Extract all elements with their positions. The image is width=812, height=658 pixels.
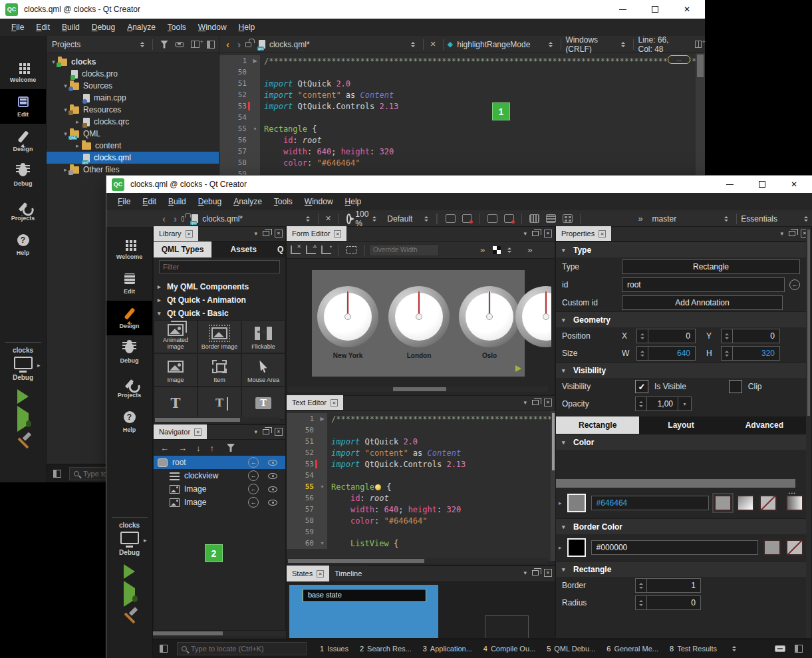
lightbulb-icon[interactable] bbox=[375, 484, 381, 490]
branch-dropdown-icon[interactable] bbox=[724, 216, 728, 222]
color-section-header[interactable]: ▾Color bbox=[556, 434, 806, 450]
locator-input[interactable] bbox=[191, 645, 291, 653]
library-tab-qml-types[interactable]: QML Types bbox=[154, 242, 211, 257]
library-hscrollbar[interactable] bbox=[155, 417, 280, 422]
library-tab-assets[interactable]: Assets bbox=[211, 242, 275, 257]
mode-debug[interactable]: Debug bbox=[0, 158, 46, 193]
library-item-text-edit[interactable] bbox=[198, 387, 241, 420]
folded-comment-ellipsis[interactable]: ... bbox=[668, 55, 690, 64]
w-spinner[interactable] bbox=[636, 346, 648, 361]
panel-menu-icon[interactable]: ▾ bbox=[254, 428, 257, 435]
height-input[interactable]: 320 bbox=[732, 346, 780, 361]
mode-help[interactable]: Help bbox=[106, 405, 152, 439]
visibility-section-header[interactable]: ▾Visibility bbox=[556, 362, 806, 378]
library-item-mouse-area[interactable]: Mouse Area bbox=[241, 353, 285, 387]
overflow-chevron-icon[interactable]: » bbox=[638, 214, 642, 223]
lock-icon[interactable] bbox=[245, 42, 251, 47]
close-icon[interactable]: ✕ bbox=[331, 399, 338, 407]
projects-combo-arrows-icon[interactable] bbox=[140, 42, 144, 47]
panel-menu-icon[interactable]: ▾ bbox=[523, 570, 527, 576]
mode-design[interactable]: Design bbox=[0, 124, 46, 158]
gradient-picker-button[interactable] bbox=[786, 495, 803, 511]
menu-analyze[interactable]: Analyze bbox=[121, 20, 162, 35]
build-button[interactable] bbox=[122, 609, 137, 624]
mode-edit[interactable]: Edit bbox=[0, 89, 46, 124]
menu-tools[interactable]: Tools bbox=[268, 194, 299, 209]
project-tree-item[interactable]: clocks.pro bbox=[47, 68, 219, 80]
float-panel-icon[interactable] bbox=[532, 231, 539, 236]
states-tab[interactable]: States✕ bbox=[287, 566, 329, 581]
color-expand-icon[interactable]: ▸ bbox=[559, 500, 562, 506]
form-editor-tab[interactable]: Form Editor✕ bbox=[287, 226, 346, 241]
radius-spinner[interactable] bbox=[635, 595, 646, 610]
radius-input[interactable]: 0 bbox=[646, 595, 701, 610]
maximize-button[interactable] bbox=[652, 6, 658, 13]
filter-icon[interactable] bbox=[160, 41, 168, 49]
h-spinner[interactable] bbox=[721, 346, 732, 361]
export-icon[interactable]: ← bbox=[248, 497, 259, 508]
library-section[interactable]: ▸My QML Components bbox=[154, 280, 285, 293]
symbol-dropdown-icon[interactable] bbox=[549, 42, 553, 47]
menu-window[interactable]: Window bbox=[299, 194, 339, 209]
output-pane-qml-debu-[interactable]: 5QML Debu... bbox=[547, 645, 595, 653]
opacity-input[interactable]: 1,00 bbox=[646, 397, 678, 411]
library-tab-q[interactable]: Q bbox=[275, 242, 285, 257]
sidebar-toggle-icon[interactable] bbox=[160, 645, 168, 653]
close-icon[interactable]: ✕ bbox=[599, 230, 606, 238]
open-document-name[interactable]: clocks.qml* bbox=[269, 40, 310, 49]
navigator-item[interactable]: Image← bbox=[154, 482, 285, 496]
debug-run-button[interactable] bbox=[17, 413, 29, 425]
add-state-placeholder[interactable] bbox=[485, 615, 529, 638]
project-tree-item[interactable]: ▾Sources bbox=[47, 80, 219, 92]
library-tab[interactable]: Library✕ bbox=[154, 226, 198, 241]
minimize-button[interactable] bbox=[619, 9, 626, 10]
project-tree-item[interactable]: ▾clocks bbox=[47, 56, 219, 68]
background-color-icon[interactable] bbox=[493, 246, 501, 254]
float-panel-icon[interactable] bbox=[532, 570, 539, 576]
menu-edit[interactable]: Edit bbox=[30, 20, 56, 35]
navigator-item[interactable]: clockview← bbox=[154, 469, 285, 482]
anchor-baseline-icon[interactable] bbox=[306, 246, 316, 254]
tree-expander-icon[interactable]: ▸ bbox=[73, 118, 82, 125]
navigator-item[interactable]: root← bbox=[154, 456, 285, 469]
no-anchors-icon[interactable] bbox=[291, 246, 301, 254]
kit-selector-button[interactable]: ▸ bbox=[120, 532, 139, 549]
canvas-hscrollbar[interactable] bbox=[288, 387, 548, 392]
left-column-hscrollbar[interactable] bbox=[153, 631, 286, 636]
layout-column-icon[interactable] bbox=[546, 214, 556, 223]
properties-tab-advanced[interactable]: Advanced bbox=[723, 416, 806, 434]
width-input[interactable]: 640 bbox=[648, 346, 696, 361]
menu-help[interactable]: Help bbox=[233, 20, 261, 35]
panel-menu-icon[interactable]: ▾ bbox=[254, 230, 257, 237]
menu-build[interactable]: Build bbox=[56, 20, 86, 35]
menu-debug[interactable]: Debug bbox=[192, 194, 227, 209]
properties-tab[interactable]: Properties✕ bbox=[556, 226, 611, 241]
lock-icon[interactable] bbox=[182, 216, 184, 222]
zoom-dropdown-icon[interactable] bbox=[372, 216, 376, 222]
go-back-icon[interactable]: ‹ bbox=[162, 213, 166, 224]
split-pane-icon[interactable] bbox=[191, 41, 200, 48]
timeline-tab[interactable]: Timeline bbox=[329, 566, 367, 581]
panel-menu-icon[interactable]: ▾ bbox=[523, 399, 527, 406]
navigator-filter-icon[interactable] bbox=[227, 444, 235, 452]
panes-dropdown-icon[interactable] bbox=[732, 646, 736, 651]
fg-code-editor[interactable]: 1▶/*************************************… bbox=[287, 411, 556, 561]
project-tree-item[interactable]: ▸clocks.qrc bbox=[47, 116, 219, 128]
properties-tab-rectangle[interactable]: Rectangle bbox=[556, 416, 639, 434]
close-panel-icon[interactable]: ✕ bbox=[275, 428, 283, 436]
output-pane-general-me-[interactable]: 6General Me... bbox=[607, 645, 658, 653]
debug-run-button[interactable] bbox=[124, 588, 135, 600]
close-button[interactable]: ✕ bbox=[684, 5, 690, 13]
override-width-input[interactable] bbox=[369, 244, 439, 256]
rectangle-section-header[interactable]: ▾Rectangle bbox=[556, 561, 806, 577]
export-icon[interactable]: ← bbox=[248, 484, 259, 494]
mode-welcome[interactable]: Welcome bbox=[0, 55, 46, 89]
close-icon[interactable]: ✕ bbox=[317, 570, 324, 577]
base-state-card[interactable]: base state bbox=[289, 585, 438, 638]
background-dropdown-icon[interactable] bbox=[507, 247, 511, 253]
close-document-icon[interactable]: ✕ bbox=[325, 214, 331, 223]
library-item-text-input[interactable] bbox=[241, 387, 285, 420]
project-tree-item[interactable]: clocks.qml bbox=[47, 152, 219, 164]
menu-debug[interactable]: Debug bbox=[86, 20, 121, 35]
go-forward-icon[interactable]: › bbox=[237, 39, 241, 50]
